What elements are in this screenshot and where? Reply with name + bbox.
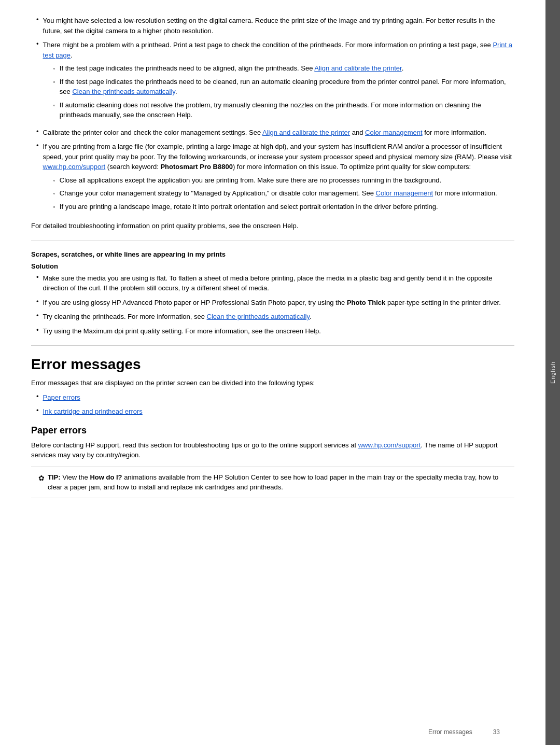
scrapes-bullet-2-text: If you are using glossy HP Advanced Phot… <box>43 298 514 308</box>
bullet-3: Calibrate the printer color and check th… <box>31 128 514 138</box>
sub-bullet-4-1: Close all applications except the applic… <box>53 175 514 186</box>
how-do-i-bold: How do I? <box>90 473 122 481</box>
hp-support-link-1[interactable]: www.hp.com/support <box>43 163 106 171</box>
divider-1 <box>31 241 514 241</box>
sub-bullet-2-1: If the test page indicates the printhead… <box>53 63 514 74</box>
paper-errors-link[interactable]: Paper errors <box>43 393 80 401</box>
tip-text: TIP: View the How do I? animations avail… <box>48 472 507 493</box>
bullet-2-text: There might be a problem with a printhea… <box>43 40 514 123</box>
color-management-link-1[interactable]: Color management <box>365 129 423 136</box>
error-messages-link-2: Ink cartridge and printhead errors <box>31 406 514 417</box>
error-messages-links-list: Paper errors Ink cartridge and printhead… <box>31 392 514 417</box>
sub-bullet-4-3-text: If you are printing a landscape image, r… <box>60 202 514 212</box>
language-label: English <box>550 361 556 384</box>
scrapes-bullet-1: Make sure the media you are using is fla… <box>31 273 514 293</box>
bullet-4: If you are printing from a large file (f… <box>31 142 514 215</box>
language-side-tab: English <box>545 0 560 745</box>
tip-box: ✿ TIP: View the How do I? animations ava… <box>31 467 514 498</box>
ink-cartridge-link-text: Ink cartridge and printhead errors <box>43 406 514 417</box>
solution-heading: Solution <box>31 262 514 270</box>
bullet-4-sub-list: Close all applications except the applic… <box>53 175 514 212</box>
paper-errors-heading: Paper errors <box>31 425 514 436</box>
divider-2 <box>31 345 514 346</box>
clean-printheads-link-2[interactable]: Clean the printheads automatically <box>207 313 310 320</box>
footer-section: Error messages <box>428 728 472 736</box>
align-calibrate-link-1[interactable]: Align and calibrate the printer <box>314 64 401 72</box>
scrapes-bullet-list: Make sure the media you are using is fla… <box>31 273 514 336</box>
scrapes-bullet-3: Try cleaning the printheads. For more in… <box>31 312 514 322</box>
detailed-troubleshooting-para: For detailed troubleshooting information… <box>31 221 514 231</box>
sub-bullet-2-3: If automatic cleaning does not resolve t… <box>53 100 514 120</box>
paper-errors-link-text: Paper errors <box>43 392 514 403</box>
bullet-2: There might be a problem with a printhea… <box>31 40 514 123</box>
error-messages-heading: Error messages <box>31 356 514 373</box>
sub-bullet-4-2: Change your color management strategy to… <box>53 188 514 199</box>
bullet-1-text: You might have selected a low-resolution… <box>43 16 514 36</box>
error-messages-intro: Error messages that are displayed on the… <box>31 378 514 388</box>
scrapes-bullet-4: Try using the Maximum dpi print quality … <box>31 326 514 336</box>
scrapes-bullet-3-text: Try cleaning the printheads. For more in… <box>43 312 514 322</box>
sub-bullet-2-3-text: If automatic cleaning does not resolve t… <box>60 100 514 120</box>
error-messages-link-1: Paper errors <box>31 392 514 403</box>
ink-cartridge-link[interactable]: Ink cartridge and printhead errors <box>43 407 143 415</box>
tip-icon: ✿ <box>38 473 45 484</box>
footer-text: Error messages 33 <box>428 728 500 736</box>
bullet-2-sub-list: If the test page indicates the printhead… <box>53 63 514 120</box>
clean-printheads-link-1[interactable]: Clean the printheads automatically <box>72 88 175 95</box>
sub-bullet-4-3: If you are printing a landscape image, r… <box>53 202 514 212</box>
bullet-4-text: If you are printing from a large file (f… <box>43 142 514 215</box>
hp-support-link-2[interactable]: www.hp.com/support <box>358 441 421 449</box>
sub-bullet-2-1-text: If the test page indicates the printhead… <box>60 63 514 74</box>
sub-bullet-4-1-text: Close all applications except the applic… <box>60 175 514 186</box>
align-calibrate-link-2[interactable]: Align and calibrate the printer <box>262 129 350 136</box>
photo-thick-bold: Photo Thick <box>347 299 385 306</box>
photosmart-bold: Photosmart Pro B8800 <box>160 163 232 171</box>
tip-bold-label: TIP: <box>48 473 61 481</box>
scrapes-section-heading: Scrapes, scratches, or white lines are a… <box>31 250 514 258</box>
scrapes-bullet-2: If you are using glossy HP Advanced Phot… <box>31 298 514 308</box>
page-footer: Error messages 33 <box>0 728 531 736</box>
sub-bullet-4-2-text: Change your color management strategy to… <box>60 188 514 199</box>
footer-page: 33 <box>493 728 500 736</box>
sub-bullet-2-2: If the test page indicates the printhead… <box>53 77 514 97</box>
color-management-link-2[interactable]: Color management <box>376 189 433 197</box>
scrapes-bullet-1-text: Make sure the media you are using is fla… <box>43 273 514 293</box>
bullet-3-text: Calibrate the printer color and check th… <box>43 128 514 138</box>
paper-errors-intro: Before contacting HP support, read this … <box>31 440 514 460</box>
bullet-1: You might have selected a low-resolution… <box>31 16 514 36</box>
scrapes-bullet-4-text: Try using the Maximum dpi print quality … <box>43 326 514 336</box>
top-bullet-list: You might have selected a low-resolution… <box>31 16 514 215</box>
sub-bullet-2-2-text: If the test page indicates the printhead… <box>60 77 514 97</box>
